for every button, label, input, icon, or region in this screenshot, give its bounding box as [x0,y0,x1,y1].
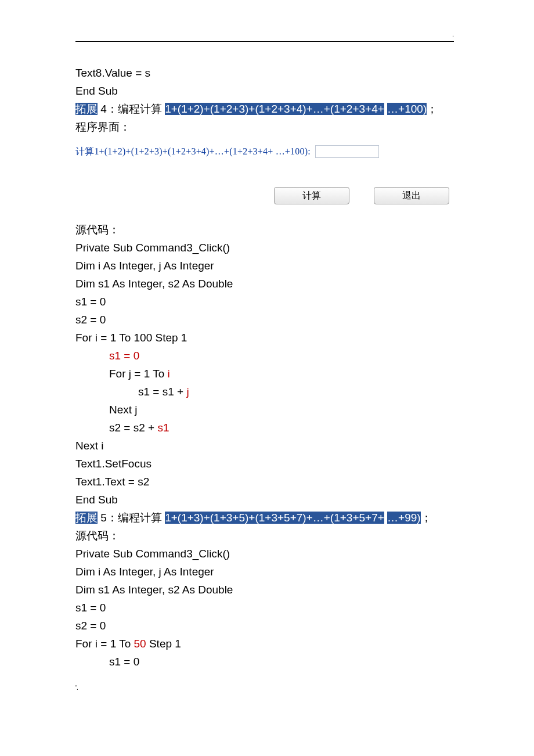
footer-marker: '. [75,685,459,691]
program-ui-mock: 计算1+(1+2)+(1+2+3)+(1+2+3+4)+…+(1+2+3+4+ … [75,136,459,221]
highlight-tail: …+99) [387,512,421,524]
heading-text: 5：编程计算 [100,512,162,524]
highlight-expr: 1+(1+3)+(1+3+5)+(1+3+5+7)+…+(1+3+5+7+ [165,512,384,524]
code-line: s2 = s2 + s1 [75,419,459,437]
highlight-prefix: 拓展 [75,103,98,115]
section4-heading: 拓展 4：编程计算 1+(1+2)+(1+2+3)+(1+2+3+4)+…+(1… [75,100,459,118]
code-line: Next j [75,401,459,419]
code-line: Dim s1 As Integer, s2 As Double [75,581,459,599]
code-line: s1 = 0 [75,293,459,311]
highlight-prefix: 拓展 [75,512,98,524]
code-line: s1 = s1 + j [75,383,459,401]
calculate-button[interactable]: 计算 [274,187,349,204]
code-line: For i = 1 To 50 Step 1 [75,635,459,653]
heading-text: 4：编程计算 [100,103,162,115]
result-input[interactable] [315,145,379,158]
highlight-tail: …+100) [387,103,427,115]
code-line: Text8.Value = s [75,64,459,82]
source-title-5: 源代码： [75,527,459,545]
code-line-red: s1 = 0 [75,347,459,365]
document-page: . Text8.Value = s End Sub 拓展 4：编程计算 1+(1… [0,0,534,714]
code-line: s2 = 0 [75,617,459,635]
source-code-4: Private Sub Command3_Click() Dim i As In… [75,239,459,509]
source-code-5: Private Sub Command3_Click() Dim i As In… [75,545,459,671]
code-line: End Sub [75,82,459,100]
code-line: End Sub [75,491,459,509]
code-line: Dim s1 As Integer, s2 As Double [75,275,459,293]
header-rule [75,41,454,42]
heading-suffix: ； [427,103,438,115]
code-line: Dim i As Integer, j As Integer [75,563,459,581]
code-line: s1 = 0 [75,653,459,671]
header-marker: . [75,31,454,38]
code-line: Text1.SetFocus [75,455,459,473]
source-title-4: 源代码： [75,221,459,239]
code-top-block: Text8.Value = s End Sub [75,64,459,100]
code-line: Text1.Text = s2 [75,473,459,491]
ui-row-label-input: 计算1+(1+2)+(1+2+3)+(1+2+3+4)+…+(1+2+3+4+ … [75,145,459,158]
section5-heading: 拓展 5：编程计算 1+(1+3)+(1+3+5)+(1+3+5+7)+…+(1… [75,509,459,527]
code-line: For i = 1 To 100 Step 1 [75,329,459,347]
code-line: Private Sub Command3_Click() [75,239,459,257]
code-line: Dim i As Integer, j As Integer [75,257,459,275]
code-line: s1 = 0 [75,599,459,617]
highlight-expr: 1+(1+2)+(1+2+3)+(1+2+3+4)+…+(1+2+3+4+ [165,103,384,115]
code-line: Private Sub Command3_Click() [75,545,459,563]
ui-row-buttons: 计算 退出 [75,187,459,204]
code-line: s2 = 0 [75,311,459,329]
ui-formula-label: 计算1+(1+2)+(1+2+3)+(1+2+3+4)+…+(1+2+3+4+ … [75,146,311,158]
ui-title: 程序界面： [75,118,459,136]
exit-button[interactable]: 退出 [374,187,449,204]
code-line: For j = 1 To i [75,365,459,383]
heading-suffix: ； [421,512,432,524]
code-line: Next i [75,437,459,455]
